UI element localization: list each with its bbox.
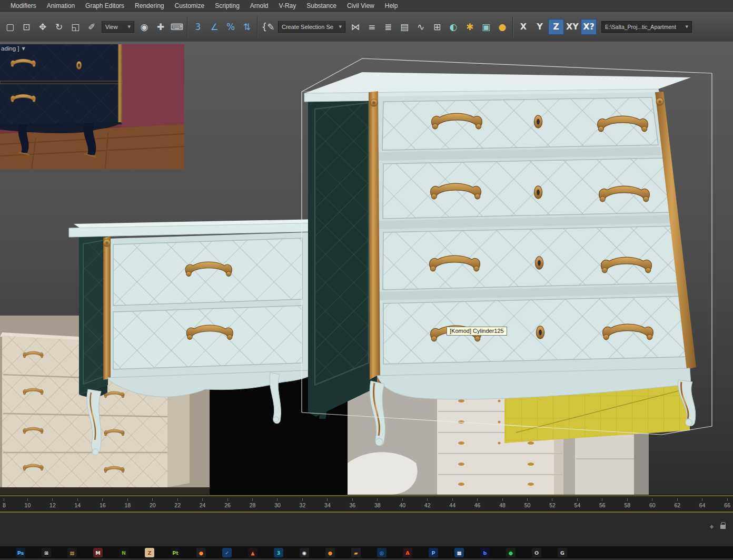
mirror-icon[interactable]: ⋈ — [348, 19, 363, 35]
taskbar-o-app-icon[interactable]: O — [532, 548, 541, 557]
named-selection-set-dropdown[interactable]: Create Selection Se ▼ — [278, 21, 345, 33]
taskbar-zbrush-icon[interactable]: Z — [145, 548, 154, 557]
window-crossing-selection-icon[interactable]: ⊡ — [18, 19, 34, 35]
menu-item[interactable]: Modifiers — [5, 1, 42, 11]
model-large-dresser[interactable] — [304, 72, 696, 446]
select-and-move-icon[interactable]: ✥ — [35, 19, 51, 35]
select-and-scale-icon[interactable]: ◱ — [67, 19, 83, 35]
tick-label: 52 — [549, 502, 556, 508]
timeline-tick: 22 — [174, 496, 181, 512]
snaps-toggle-icon[interactable]: 3 — [190, 19, 206, 35]
tick-mark — [352, 498, 353, 501]
angle-snap-toggle-icon[interactable]: ∠ — [206, 19, 222, 35]
tick-mark — [627, 498, 628, 501]
menu-item[interactable]: Customize — [169, 1, 210, 11]
taskbar-check-app-icon[interactable]: ✓ — [222, 548, 232, 557]
select-and-place-icon[interactable]: ✐ — [84, 19, 100, 35]
tick-mark — [127, 498, 128, 501]
rectangular-selection-region-icon[interactable]: ▢ — [2, 19, 18, 35]
tick-label: 26 — [224, 502, 231, 508]
taskbar-orange-dot-app-icon[interactable]: ● — [196, 548, 206, 557]
toolbar-separator — [257, 16, 258, 37]
axis-y-button[interactable]: Y — [532, 19, 548, 35]
taskbar-nvidia-icon[interactable]: N — [119, 548, 128, 557]
spinner-snap-toggle-icon[interactable]: ⇅ — [239, 19, 255, 35]
taskbar-recorder-icon[interactable]: ◉ — [300, 548, 309, 557]
tick-mark — [277, 498, 278, 501]
tick-label: 10 — [25, 502, 31, 508]
timeline-tick: 12 — [49, 496, 56, 512]
timeline-ruler[interactable]: 8 10 12 14 16 18 20 — [0, 496, 733, 513]
schematic-view-icon[interactable]: ⊞ — [429, 19, 445, 35]
axis-xy-button[interactable]: XY — [564, 19, 580, 35]
layer-explorer-icon[interactable]: ≣ — [380, 19, 396, 35]
taskbar-p-app-icon[interactable]: P — [429, 548, 438, 557]
timeline-tick: 24 — [200, 496, 206, 512]
tick-label: 66 — [724, 502, 730, 508]
tick-label: 54 — [574, 502, 581, 508]
percent-snap-toggle-icon[interactable]: % — [223, 19, 239, 35]
selection-lock-icon[interactable] — [720, 525, 726, 529]
curve-editor-icon[interactable]: ∿ — [413, 19, 429, 35]
viewport-label[interactable]: ading ] ▼ — [1, 45, 25, 52]
tick-label: 16 — [100, 502, 106, 508]
tick-mark — [727, 498, 728, 501]
tick-mark — [27, 498, 28, 501]
reference-photo-dark-dresser — [0, 44, 184, 169]
menu-item[interactable]: Rendering — [130, 1, 169, 11]
taskbar-folder-icon[interactable]: ▰ — [351, 548, 361, 557]
taskbar-maya-icon[interactable]: M — [93, 548, 103, 557]
tick-label: 18 — [124, 502, 131, 508]
render-setup-icon[interactable]: ✱ — [462, 19, 478, 35]
tick-label: 56 — [599, 502, 606, 508]
rendered-frame-window-icon[interactable]: ▣ — [478, 19, 494, 35]
timeline-tick: 62 — [674, 496, 680, 512]
timeline-tick: 56 — [599, 496, 606, 512]
menu-item[interactable]: Animation — [42, 1, 80, 11]
axis-x-button[interactable]: X — [516, 19, 531, 35]
pan-zoom-mode-icon[interactable]: ⌖ — [710, 522, 714, 532]
material-editor-icon[interactable]: ◐ — [445, 19, 461, 35]
tick-label: 30 — [274, 502, 281, 508]
align-icon[interactable]: ≡ — [364, 19, 380, 35]
viewport[interactable]: ading ] ▼ [Komod] Cylinder125 — [0, 42, 733, 495]
timeline-tick: 66 — [724, 496, 730, 512]
menu-item[interactable]: Civil View — [342, 1, 380, 11]
menu-item[interactable]: Scripting — [210, 1, 245, 11]
taskbar-g-app-icon[interactable]: G — [558, 548, 567, 557]
tick-label: 40 — [399, 502, 405, 508]
edit-named-selection-sets-icon[interactable]: {✎ — [260, 19, 276, 35]
taskbar-files-icon[interactable]: ▤ — [67, 548, 77, 557]
select-and-rotate-icon[interactable]: ↻ — [51, 19, 67, 35]
keyboard-shortcut-override-icon[interactable]: ⌨ — [169, 19, 185, 35]
menu-item[interactable]: V-Ray — [274, 1, 302, 11]
menu-item[interactable]: Substance — [301, 1, 342, 11]
axis-z-button[interactable]: Z — [548, 19, 564, 35]
taskbar-b-app-icon[interactable]: b — [480, 548, 490, 557]
taskbar-flame-app-icon[interactable]: ▲ — [248, 548, 257, 557]
project-path-dropdown[interactable]: E:\Salta_Proj...tic_Apartment ▼ — [601, 21, 692, 33]
taskbar-office-icon[interactable]: ▦ — [454, 548, 464, 557]
use-pivot-point-center-icon[interactable]: ◉ — [136, 19, 152, 35]
select-and-manipulate-icon[interactable]: ✚ — [153, 19, 169, 35]
taskbar-substance-painter-icon[interactable]: Pt — [171, 548, 180, 557]
render-production-icon[interactable]: ● — [494, 19, 510, 35]
toggle-ribbon-icon[interactable]: ▤ — [397, 19, 412, 35]
axis-x2-button[interactable]: X? — [581, 19, 597, 35]
menu-item[interactable]: Arnold — [245, 1, 274, 11]
timeline-tick: 38 — [374, 496, 381, 512]
view-coordinate-dropdown[interactable]: View ▼ — [102, 21, 134, 33]
menu-item[interactable]: Graph Editors — [80, 1, 130, 11]
taskbar-autodesk-icon[interactable]: A — [403, 548, 412, 557]
taskbar-3dsmax-icon[interactable]: 3 — [274, 548, 283, 557]
taskbar-browser-orange-icon[interactable]: ● — [325, 548, 335, 557]
taskbar-green-app-icon[interactable]: ● — [506, 548, 516, 557]
taskbar-start-grid-icon[interactable]: ⊞ — [42, 548, 51, 557]
tick-label: 34 — [324, 502, 331, 508]
tick-mark — [577, 498, 578, 501]
tick-label: 28 — [250, 502, 256, 508]
menu-item[interactable]: Help — [380, 1, 403, 11]
taskbar-photoshop-icon[interactable]: Ps — [16, 548, 25, 557]
taskbar-edge-icon[interactable]: ◎ — [377, 548, 387, 557]
tick-mark — [652, 498, 652, 501]
